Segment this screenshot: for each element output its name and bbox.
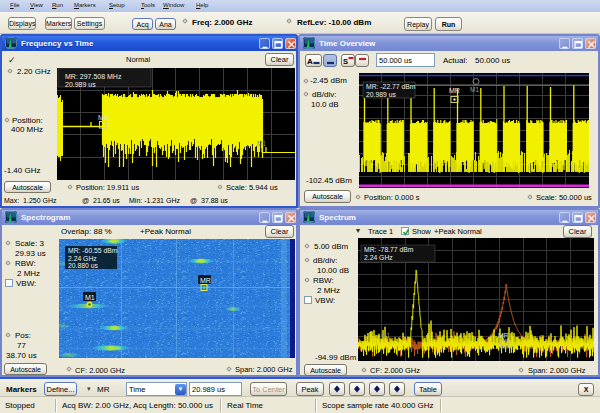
svg-text:MR: MR bbox=[449, 87, 460, 94]
svg-text:M1: M1 bbox=[470, 86, 479, 93]
svg-text:MR: -60.55 dBm: MR: -60.55 dBm bbox=[68, 247, 118, 254]
svg-text:A: A bbox=[307, 57, 313, 66]
svg-text:S: S bbox=[343, 57, 348, 66]
svg-text:2.24 GHz: 2.24 GHz bbox=[68, 255, 97, 262]
svg-text:MR: MR bbox=[98, 114, 109, 121]
svg-text:20.880 us: 20.880 us bbox=[68, 262, 98, 269]
svg-text:MR: MR bbox=[200, 277, 211, 284]
svg-text:20.989 us: 20.989 us bbox=[65, 81, 96, 88]
svg-text:MR: -22.77 dBm: MR: -22.77 dBm bbox=[366, 83, 416, 90]
svg-text:MR: MR bbox=[498, 332, 509, 339]
svg-text:2.24 GHz: 2.24 GHz bbox=[364, 254, 393, 261]
svg-text:M1: M1 bbox=[257, 140, 266, 147]
svg-text:M1: M1 bbox=[85, 294, 95, 301]
svg-text:MR: -78.77 dBm: MR: -78.77 dBm bbox=[364, 246, 414, 253]
svg-text:M1: M1 bbox=[381, 332, 390, 339]
svg-text:20.989 us: 20.989 us bbox=[366, 91, 396, 98]
svg-text:MR: 297.508 MHz: MR: 297.508 MHz bbox=[65, 73, 122, 80]
